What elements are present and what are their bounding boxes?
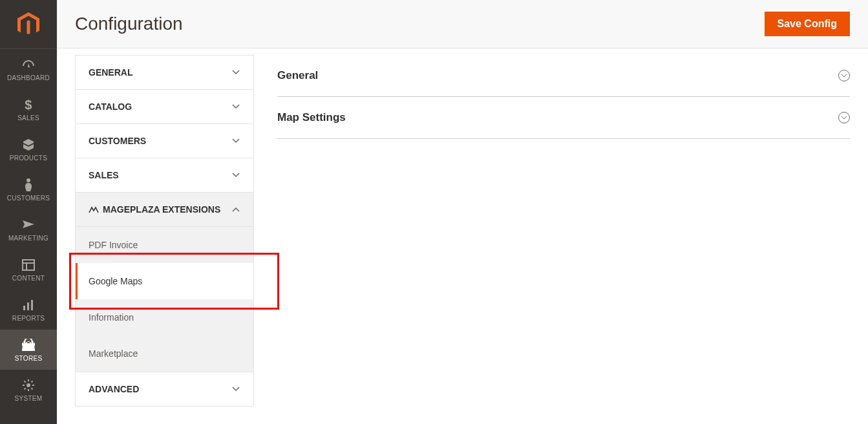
nav-item-marketing[interactable]: MARKETING (0, 209, 57, 249)
chevron-down-icon (231, 136, 240, 145)
config-tab-mageplaza-extensions[interactable]: MAGEPLAZA EXTENSIONS (76, 193, 253, 227)
config-tab-label: CUSTOMERS (89, 136, 146, 146)
page-header: Configuration Save Config (57, 0, 868, 48)
nav-item-sales[interactable]: $SALES (0, 89, 57, 129)
config-subitem-google-maps[interactable]: Google Maps (76, 263, 253, 299)
nav-item-system[interactable]: SYSTEM (0, 370, 57, 407)
admin-sidebar: DASHBOARD$SALESPRODUCTSCUSTOMERSMARKETIN… (0, 0, 57, 407)
chevron-down-icon (231, 171, 240, 180)
save-config-button[interactable]: Save Config (765, 12, 850, 36)
config-tab-label: CATALOG (89, 101, 132, 112)
config-tab-advanced[interactable]: ADVANCED (76, 372, 253, 407)
config-tab-label: MAGEPLAZA EXTENSIONS (103, 204, 220, 215)
chevron-down-icon (231, 102, 240, 111)
config-tab-catalog[interactable]: CATALOG (76, 90, 253, 124)
config-tab-sales[interactable]: SALES (76, 158, 253, 193)
customers-icon (24, 178, 33, 192)
svg-rect-2 (23, 260, 34, 270)
system-icon (22, 378, 35, 392)
page-title: Configuration (75, 14, 183, 34)
nav-item-label: DASHBOARD (7, 74, 50, 81)
svg-point-1 (26, 178, 30, 182)
config-tab-general[interactable]: GENERAL (76, 56, 253, 90)
panel-title: Map Settings (277, 111, 346, 124)
content-icon (22, 258, 35, 272)
stores-icon (21, 338, 36, 352)
config-subitem-information[interactable]: Information (76, 299, 253, 335)
dashboard-icon (21, 58, 36, 72)
nav-item-label: REPORTS (12, 315, 45, 322)
nav-item-content[interactable]: CONTENT (0, 249, 57, 290)
svg-rect-8 (23, 345, 34, 350)
magento-logo-icon (17, 12, 39, 37)
nav-item-products[interactable]: PRODUCTS (0, 129, 57, 169)
nav-item-label: STORES (15, 355, 43, 362)
nav-item-label: CUSTOMERS (7, 195, 50, 202)
config-tab-customers[interactable]: CUSTOMERS (76, 124, 253, 158)
expand-circle-icon (838, 70, 850, 81)
magento-logo[interactable] (0, 0, 57, 49)
config-panels: GeneralMap Settings (254, 48, 868, 407)
nav-item-customers[interactable]: CUSTOMERS (0, 169, 57, 209)
nav-item-label: SYSTEM (15, 395, 43, 402)
panel-general[interactable]: General (277, 55, 850, 97)
config-subitem-pdf-invoice[interactable]: PDF Invoice (76, 227, 253, 263)
marketing-icon (21, 218, 36, 232)
products-icon (22, 138, 35, 152)
svg-rect-6 (27, 302, 29, 310)
svg-text:$: $ (25, 98, 32, 111)
nav-item-label: PRODUCTS (10, 154, 48, 162)
nav-item-stores[interactable]: STORES (0, 330, 57, 370)
config-tab-label: ADVANCED (89, 384, 139, 394)
chevron-up-icon (231, 205, 240, 214)
chevron-down-icon (231, 385, 240, 394)
expand-circle-icon (838, 112, 850, 123)
reports-icon (22, 298, 35, 312)
sales-icon: $ (24, 98, 33, 112)
mageplaza-icon (89, 206, 99, 213)
svg-rect-7 (31, 300, 33, 310)
nav-item-label: SALES (17, 114, 39, 122)
nav-item-dashboard[interactable]: DASHBOARD (0, 49, 57, 89)
svg-point-9 (26, 383, 30, 387)
config-subitem-marketplace[interactable]: Marketplace (76, 335, 253, 372)
panel-map-settings[interactable]: Map Settings (277, 97, 850, 139)
chevron-down-icon (231, 68, 240, 77)
panel-title: General (277, 69, 318, 82)
config-tab-label: SALES (89, 170, 119, 180)
nav-item-label: MARKETING (8, 235, 48, 242)
nav-item-label: CONTENT (12, 275, 45, 282)
config-tabs-sidebar: GENERALCATALOGCUSTOMERSSALESMAGEPLAZA EX… (75, 55, 254, 407)
svg-rect-5 (23, 306, 25, 310)
config-tab-label: GENERAL (89, 67, 132, 78)
nav-item-reports[interactable]: REPORTS (0, 290, 57, 330)
